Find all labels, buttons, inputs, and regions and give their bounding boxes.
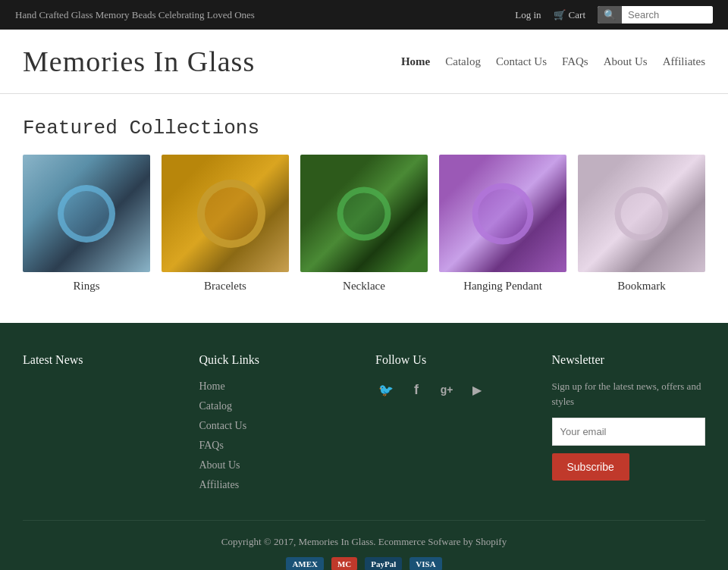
featured-section: Featured Collections Rings Bracelets Nec…: [0, 94, 728, 323]
collections-grid: Rings Bracelets Necklace Hanging Pendant…: [23, 155, 705, 293]
bookmark-label: Bookmark: [617, 280, 665, 293]
nav-contact[interactable]: Contact Us: [496, 55, 547, 68]
bookmark-image: [578, 155, 705, 272]
site-title: Memories In Glass: [23, 45, 255, 78]
list-item: About Us: [199, 458, 353, 471]
nav-home[interactable]: Home: [401, 55, 430, 68]
search-box: 🔍: [598, 6, 713, 23]
quick-links-title: Quick Links: [199, 353, 353, 367]
footer-link-affiliates[interactable]: Affiliates: [199, 479, 240, 490]
visa-icon: VISA: [410, 557, 441, 570]
copyright-text: Copyright © 2017, Memories In Glass. Eco…: [23, 536, 705, 548]
footer-bottom: Copyright © 2017, Memories In Glass. Eco…: [23, 520, 705, 570]
collection-hanging-pendant[interactable]: Hanging Pendant: [439, 155, 566, 293]
latest-news-title: Latest News: [23, 353, 177, 367]
collection-bracelets[interactable]: Bracelets: [162, 155, 289, 293]
collection-rings[interactable]: Rings: [23, 155, 150, 293]
footer-latest-news: Latest News: [23, 353, 177, 497]
cart-icon-symbol: 🛒: [554, 9, 566, 21]
social-icons: 🐦 f g+ ▶: [375, 379, 529, 400]
newsletter-title: Newsletter: [552, 353, 706, 367]
list-item: Affiliates: [199, 478, 353, 491]
necklace-label: Necklace: [343, 280, 385, 293]
footer-follow-us: Follow Us 🐦 f g+ ▶: [375, 353, 529, 497]
googleplus-icon[interactable]: g+: [436, 379, 457, 400]
collection-bookmark[interactable]: Bookmark: [578, 155, 705, 293]
cart-link[interactable]: 🛒 Cart: [554, 9, 585, 21]
main-nav: Home Catalog Contact Us FAQs About Us Af…: [401, 55, 705, 68]
amex-icon: AMEX: [286, 557, 324, 570]
facebook-icon[interactable]: f: [406, 379, 427, 400]
nav-catalog[interactable]: Catalog: [445, 55, 481, 68]
footer-link-faqs[interactable]: FAQs: [199, 440, 224, 451]
email-field[interactable]: [552, 418, 706, 446]
hanging-image: [439, 155, 566, 272]
footer-quick-links: Quick Links Home Catalog Contact Us FAQs…: [199, 353, 353, 497]
nav-faqs[interactable]: FAQs: [562, 55, 588, 68]
footer-link-catalog[interactable]: Catalog: [199, 400, 233, 412]
footer: Latest News Quick Links Home Catalog Con…: [0, 323, 728, 570]
search-input[interactable]: [622, 6, 713, 23]
site-tagline: Hand Crafted Glass Memory Beads Celebrat…: [15, 9, 255, 21]
list-item: Catalog: [199, 399, 353, 412]
footer-link-home[interactable]: Home: [199, 381, 225, 392]
top-bar: Hand Crafted Glass Memory Beads Celebrat…: [0, 0, 728, 30]
mastercard-icon: MC: [331, 557, 357, 570]
youtube-icon[interactable]: ▶: [466, 379, 488, 400]
quick-links-list: Home Catalog Contact Us FAQs About Us Af…: [199, 379, 353, 491]
follow-us-title: Follow Us: [375, 353, 529, 367]
rings-image: [23, 155, 150, 272]
necklace-image: [300, 155, 428, 272]
bracelets-label: Bracelets: [204, 280, 246, 293]
subscribe-button[interactable]: Subscribe: [552, 453, 629, 481]
cart-label: Cart: [569, 9, 585, 21]
footer-link-contact[interactable]: Contact Us: [199, 420, 247, 431]
featured-title: Featured Collections: [23, 117, 705, 139]
paypal-icon: PayPal: [365, 557, 402, 570]
nav-affiliates[interactable]: Affiliates: [663, 55, 705, 68]
footer-link-about[interactable]: About Us: [199, 459, 240, 471]
collection-necklace[interactable]: Necklace: [300, 155, 428, 293]
site-header: Memories In Glass Home Catalog Contact U…: [0, 30, 728, 94]
twitter-icon[interactable]: 🐦: [375, 379, 397, 400]
newsletter-text: Sign up for the latest news, offers and …: [552, 379, 706, 409]
list-item: Home: [199, 379, 353, 393]
payment-icons: AMEX MC PayPal VISA: [23, 557, 705, 570]
login-link[interactable]: Log in: [515, 9, 541, 21]
search-button[interactable]: 🔍: [598, 6, 622, 23]
bracelets-image: [162, 155, 289, 272]
list-item: Contact Us: [199, 418, 353, 432]
footer-newsletter: Newsletter Sign up for the latest news, …: [552, 353, 706, 497]
rings-label: Rings: [73, 280, 99, 293]
top-bar-actions: Log in 🛒 Cart 🔍: [515, 6, 713, 23]
list-item: FAQs: [199, 438, 353, 452]
hanging-label: Hanging Pendant: [463, 280, 542, 293]
footer-grid: Latest News Quick Links Home Catalog Con…: [23, 353, 705, 497]
nav-about[interactable]: About Us: [604, 55, 648, 68]
